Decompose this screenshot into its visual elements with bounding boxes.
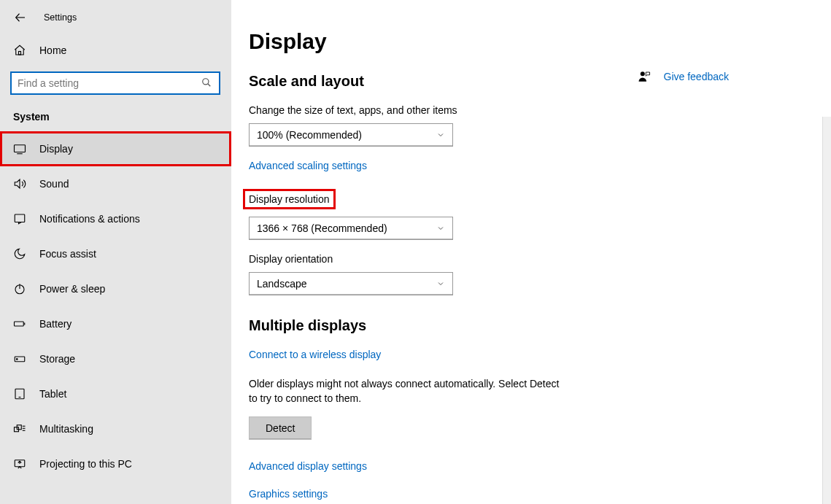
scale-value: 100% (Recommended)	[257, 129, 362, 141]
main-content: Give feedback Display Scale and layout C…	[231, 0, 831, 504]
home-icon	[13, 44, 26, 57]
section-multi-title: Multiple displays	[249, 317, 831, 334]
nav-storage[interactable]: Storage	[0, 341, 231, 376]
nav-home-label: Home	[39, 44, 66, 56]
wireless-display-link[interactable]: Connect to a wireless display	[249, 349, 381, 360]
svg-rect-11	[15, 214, 25, 222]
feedback-link[interactable]: Give feedback	[664, 71, 730, 82]
svg-rect-14	[15, 322, 24, 326]
nav-label: Storage	[39, 353, 75, 365]
svg-point-6	[203, 79, 209, 85]
nav-label: Tablet	[39, 388, 66, 400]
nav-home[interactable]: Home	[0, 35, 231, 66]
search-input-wrap[interactable]	[10, 71, 220, 95]
sidebar-group-label: System	[0, 101, 231, 131]
svg-rect-8	[15, 145, 26, 152]
resolution-value: 1366 × 768 (Recommended)	[257, 222, 387, 234]
power-icon	[13, 282, 26, 295]
svg-point-17	[17, 359, 18, 360]
nav-power[interactable]: Power & sleep	[0, 271, 231, 306]
nav-focus-assist[interactable]: Focus assist	[0, 236, 231, 271]
nav-label: Power & sleep	[39, 283, 105, 295]
svg-point-27	[640, 71, 644, 76]
give-feedback[interactable]: Give feedback	[638, 70, 730, 83]
search-input[interactable]	[18, 77, 201, 89]
storage-icon	[13, 352, 26, 365]
sound-icon	[13, 177, 26, 190]
nav-sound[interactable]: Sound	[0, 166, 231, 201]
svg-marker-10	[15, 179, 20, 188]
nav-label: Focus assist	[39, 248, 96, 260]
orientation-combo[interactable]: Landscape	[249, 272, 453, 295]
detect-helper-text: Older displays might not always connect …	[249, 376, 570, 406]
resolution-combo[interactable]: 1366 × 768 (Recommended)	[249, 217, 453, 240]
window-title: Settings	[44, 12, 77, 23]
nav-label: Sound	[39, 178, 69, 190]
nav-multitasking[interactable]: Multitasking	[0, 411, 231, 446]
scrollbar[interactable]	[822, 117, 831, 504]
nav-projecting[interactable]: Projecting to this PC	[0, 446, 231, 481]
back-button[interactable]	[13, 10, 28, 25]
multitasking-icon	[13, 422, 26, 435]
chevron-down-icon	[436, 224, 445, 233]
detect-button[interactable]: Detect	[249, 416, 312, 440]
nav-label: Notifications & actions	[39, 213, 140, 225]
projecting-icon	[13, 457, 26, 470]
nav-notifications[interactable]: Notifications & actions	[0, 201, 231, 236]
chevron-down-icon	[436, 131, 445, 139]
nav-label: Projecting to this PC	[39, 458, 132, 470]
notification-icon	[13, 212, 26, 225]
nav-tablet[interactable]: Tablet	[0, 376, 231, 411]
nav-label: Display	[39, 143, 73, 155]
monitor-icon	[13, 142, 26, 155]
svg-line-7	[208, 84, 211, 87]
graphics-settings-link[interactable]: Graphics settings	[249, 488, 328, 500]
battery-icon	[13, 317, 26, 330]
sidebar: Settings Home System Display	[0, 0, 231, 504]
orientation-label: Display orientation	[249, 253, 333, 265]
advanced-scaling-link[interactable]: Advanced scaling settings	[249, 160, 367, 171]
scale-combo[interactable]: 100% (Recommended)	[249, 123, 453, 147]
page-title: Display	[249, 29, 831, 54]
chevron-down-icon	[436, 279, 445, 288]
nav-battery[interactable]: Battery	[0, 306, 231, 341]
advanced-display-link[interactable]: Advanced display settings	[249, 460, 367, 472]
section-scale-title: Scale and layout	[249, 73, 831, 90]
search-icon	[201, 77, 213, 89]
tablet-icon	[13, 387, 26, 400]
orientation-value: Landscape	[257, 278, 307, 290]
nav-display[interactable]: Display	[0, 131, 231, 166]
feedback-icon	[638, 70, 651, 83]
scale-label: Change the size of text, apps, and other…	[249, 104, 457, 116]
moon-icon	[13, 247, 26, 260]
resolution-label: Display resolution	[243, 189, 336, 209]
nav-label: Multitasking	[39, 423, 93, 435]
nav-label: Battery	[39, 318, 71, 330]
svg-rect-5	[19, 52, 21, 55]
